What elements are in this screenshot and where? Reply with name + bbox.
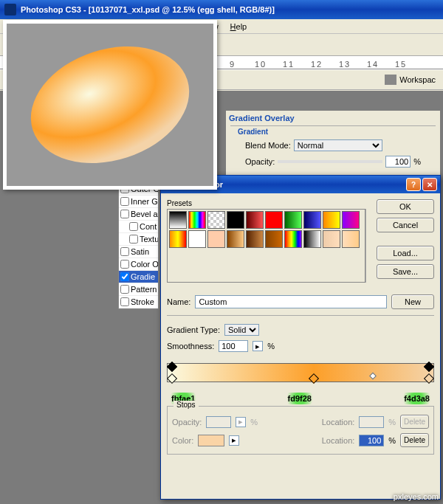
- effect-satin[interactable]: Satin: [119, 246, 158, 258]
- effect-pattern[interactable]: Pattern: [119, 283, 158, 296]
- delete-color-stop[interactable]: Delete: [400, 433, 429, 447]
- preset-swatch-3[interactable]: [227, 211, 244, 229]
- watermark: pxleyes.com: [394, 492, 439, 501]
- preset-swatch-16[interactable]: [284, 230, 302, 248]
- smoothness-input[interactable]: [219, 340, 248, 352]
- preset-swatch-11[interactable]: [188, 230, 206, 248]
- effect-stroke[interactable]: Stroke: [119, 296, 158, 308]
- name-label: Name:: [167, 297, 190, 306]
- stop-color-label: Color:: [172, 436, 193, 445]
- preset-swatch-13[interactable]: [227, 230, 244, 248]
- stop-color-swatch[interactable]: [198, 435, 224, 446]
- title-text: Photoshop CS3 - [10137071_xxl.psd @ 12.5…: [21, 5, 275, 14]
- preset-swatch-15[interactable]: [265, 230, 283, 248]
- blendmode-label: Blend Mode:: [245, 141, 291, 150]
- preset-swatch-0[interactable]: [169, 211, 187, 229]
- help-button[interactable]: ?: [406, 178, 421, 191]
- stop-location1-label: Location:: [322, 418, 355, 427]
- stop-opacity-label: Opacity:: [172, 418, 202, 427]
- presets-scrollbar[interactable]: [365, 209, 372, 283]
- stops-group: Stops Opacity: ▸ % Location: % Delete Co…: [167, 406, 434, 455]
- egg-shape: [16, 27, 205, 183]
- smoothness-dropdown[interactable]: ▸: [253, 341, 263, 351]
- preset-swatch-4[interactable]: [246, 211, 264, 229]
- presets-grid[interactable]: [167, 209, 365, 283]
- gradient-type-select[interactable]: Solid: [224, 324, 259, 336]
- app-titlebar: Photoshop CS3 - [10137071_xxl.psd @ 12.5…: [0, 0, 443, 19]
- preset-swatch-6[interactable]: [284, 211, 302, 229]
- stop-opacity-drop: ▸: [236, 417, 246, 427]
- new-button[interactable]: New: [391, 294, 434, 309]
- effect-cont[interactable]: Cont: [119, 221, 158, 233]
- preview-thumbnail: [3, 20, 217, 190]
- preset-swatch-1[interactable]: [188, 211, 206, 229]
- preset-swatch-7[interactable]: [303, 211, 321, 229]
- opacity-slider[interactable]: [278, 160, 382, 163]
- preset-swatch-5[interactable]: [265, 211, 283, 229]
- effect-color-o[interactable]: Color O: [119, 258, 158, 271]
- name-input[interactable]: [195, 295, 387, 308]
- workspace-button[interactable]: Workspac: [380, 73, 440, 86]
- menu-help[interactable]: Help: [224, 21, 253, 32]
- smoothness-label: Smoothness:: [167, 342, 214, 351]
- opacity-value[interactable]: [385, 156, 411, 168]
- preset-swatch-12[interactable]: [207, 230, 225, 248]
- preset-swatch-19[interactable]: [342, 230, 360, 248]
- gradient-subtitle: Gradient: [230, 126, 436, 137]
- workspace-icon: [385, 75, 396, 85]
- stop-location2-label: Location:: [322, 436, 355, 445]
- ok-button[interactable]: OK: [377, 199, 434, 214]
- effect-textu[interactable]: Textu: [119, 233, 158, 246]
- layer-effects-list[interactable]: Inner SOuter GInner GBevel aContTextuSat…: [118, 170, 159, 309]
- color-hex-labels: fbfae1 fd9f28 f4d3a8: [161, 393, 440, 404]
- stop-location1-input: [359, 416, 384, 428]
- effect-gradie[interactable]: Gradie: [119, 271, 158, 283]
- preset-swatch-18[interactable]: [323, 230, 340, 248]
- cancel-button[interactable]: Cancel: [377, 218, 434, 232]
- presets-label: Presets: [167, 199, 372, 207]
- effect-inner-g[interactable]: Inner G: [119, 196, 158, 208]
- preset-swatch-10[interactable]: [169, 230, 187, 248]
- gradient-bar[interactable]: [167, 363, 434, 382]
- preset-swatch-17[interactable]: [303, 230, 321, 248]
- effect-bevel-a[interactable]: Bevel a: [119, 208, 158, 221]
- gradient-editor-dialog: Gradient Editor ? ✕ Presets OK Cancel Lo…: [160, 175, 441, 500]
- stop-location2-input[interactable]: [359, 435, 384, 446]
- preset-swatch-9[interactable]: [342, 211, 360, 229]
- gradient-overlay-panel: Gradient Overlay Gradient Blend Mode: No…: [226, 111, 440, 184]
- blendmode-select[interactable]: Normal: [294, 139, 382, 151]
- stop-color-drop[interactable]: ▸: [229, 435, 239, 446]
- preset-swatch-8[interactable]: [323, 211, 340, 229]
- preset-swatch-14[interactable]: [246, 230, 264, 248]
- preset-swatch-2[interactable]: [207, 211, 225, 229]
- delete-opacity-stop: Delete: [400, 415, 429, 429]
- gradient-overlay-title: Gradient Overlay: [226, 111, 440, 125]
- stops-legend: Stops: [174, 401, 199, 409]
- load-button[interactable]: Load...: [377, 246, 434, 260]
- gradient-type-label: Gradient Type:: [167, 325, 220, 334]
- stop-opacity-input: [206, 416, 231, 428]
- app-icon: [4, 4, 16, 15]
- close-button[interactable]: ✕: [422, 178, 437, 191]
- save-button[interactable]: Save...: [377, 264, 434, 279]
- opacity-label: Opacity:: [245, 157, 275, 166]
